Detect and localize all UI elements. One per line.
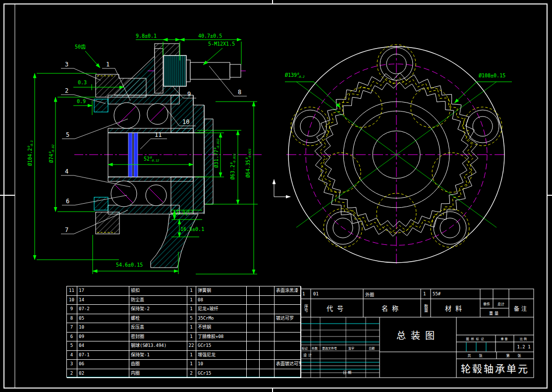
bom-cell-c6 [247,314,260,324]
dim-0-9: 0.9 [77,99,86,104]
dim-thread: 5-M12X1.5 [208,42,235,47]
balloon-4: 4 [65,168,68,174]
bom-header-remark: 备注 [509,299,534,317]
bom-cell-material: GCr15 [196,341,247,351]
bom-cell-material: 丁腈橡胶+08 [196,333,247,342]
bom-cell-c6 [247,369,260,379]
bom-cell-remark [275,333,301,342]
bom-cell-qty: 1 [187,286,196,296]
circular-view-dims [285,82,512,108]
balloon-7: 7 [65,227,68,233]
bom-cell-seq: 9 [67,305,77,314]
bom-cell-code: 05 [77,314,129,324]
teeth-count-label: 50齿 [75,45,86,50]
bom-cell-remark [275,351,301,360]
stamp-scale-value: 1.2 1 [514,342,534,352]
drawing-title: 总装图 [380,317,456,352]
bom-cell-name: 保持架-2 [129,305,187,314]
bom-cell-material: 10 [196,360,247,369]
bom-cell-seq: 2 [67,369,77,379]
balloon-11: 11 [155,132,162,138]
dim-step-59: 5.9+0.10 [176,210,193,216]
bom-cell-material: 弹簧钢 [196,286,247,296]
bom-cell-c7 [260,323,275,333]
dim-race-6435: Ø64.350-0.011 [245,138,251,188]
bom-cell-qty: 5 [187,314,196,324]
right-front-view [285,45,512,264]
balloon-9: 9 [187,91,191,97]
bom-cell-qty: 1 [187,351,196,360]
bom-cell-qty: 2 [187,369,196,379]
bom-row1-material: 55# [433,291,441,296]
bom-cell-name: 密封圈 [129,333,187,342]
balloon-2: 2 [65,88,68,94]
bom-cell-c7 [260,333,275,342]
sheets-total-label: 共 张 [456,352,497,359]
bom-header-qty: 数量 [421,299,431,317]
bom-table: 1117锁扣1弹簧钢表面涂黑漆1014防尘盖108907-2保持架-21尼龙+玻… [66,286,301,378]
bom-cell-c7 [260,360,275,369]
bom-cell-remark [275,323,301,333]
part-title: 轮毂轴承单元 [456,359,534,378]
bom-cell-seq: 11 [67,286,77,296]
balloon-1: 1 [106,61,110,67]
bom-cell-c6 [247,333,260,342]
rev-header-count: 处数 [312,346,318,350]
bom-cell-seq: 4 [67,351,77,360]
bom-cell-remark: 表面涂黑漆 [275,286,301,296]
bom-header-unit: 单件 [480,299,493,308]
view-direction-arrow [274,179,290,197]
bom-cell-seq: 10 [67,296,77,305]
bom-cell-c6 [247,323,260,333]
dim-od-104: Ø104.20-0.1 [27,128,33,178]
bom-cell-c7 [260,341,275,351]
stamp-mark-label: 图样标记 [456,335,496,342]
dim-0-3: 0.3 [78,80,87,85]
dim-bolt-circle-108: Ø108±0.15 [479,73,505,78]
bom-cell-c6 [247,305,260,314]
dim-flange-139: Ø1390-0.2 [285,72,305,78]
bom-cell-remark [275,296,301,305]
bom-header-seq: 序号 [301,299,311,317]
rev-header-date: 日期 [369,346,375,350]
bom-cell-remark [275,305,301,314]
bom-cell-c6 [247,286,260,296]
bom-cell-material: 增强尼龙 [196,351,247,360]
dim-bore-3177: Ø31.770-0.012 [214,128,220,178]
sheet-number-label: 第 张 [497,352,534,359]
dim-40-7: 40.7±0.5 [198,34,222,39]
bom-cell-material: 尼龙+玻纤 [196,305,247,314]
bom-cell-qty: 1 [187,305,196,314]
bom-cell-seq: 7 [67,323,77,333]
bom-row1-name: 外圈 [365,291,374,298]
stamp-scale-label: 比例 [514,335,534,342]
bom-cell-code: 02 [77,369,129,379]
bom-cell-c6 [247,360,260,369]
bom-header-total: 总计 [493,299,509,308]
bom-cell-name: 内圈 [129,369,187,379]
bom-cell-material: 不锈钢 [196,323,247,333]
balloon-10: 10 [182,119,189,125]
dim-pilot-74: Ø740-0.02 [49,129,55,178]
date-label: 日期 [343,370,353,375]
bom-cell-name: 螺栓 [129,314,187,324]
bom-cell-code: 10 [77,323,129,333]
bom-cell-qty: 22 [187,341,196,351]
design-label: 设计 [303,352,313,357]
bom-row1-seq: 1 [302,291,305,296]
bom-cell-remark [275,341,301,351]
bom-cell-c7 [260,296,275,305]
rev-header-mark: 标记 [302,346,308,350]
bom-cell-name: 保持架-1 [129,351,187,360]
bom-cell-c7 [260,369,275,379]
bom-cell-c6 [247,341,260,351]
bom-header-material: 材料 [431,299,480,317]
bom-header-name: 名称 [363,299,421,317]
bom-cell-qty: 1 [187,360,196,369]
bom-cell-material: GCr15 [196,369,247,379]
bom-cell-seq: 6 [67,333,77,342]
balloon-5: 5 [66,132,69,138]
bom-row1-qty: 1 [423,291,426,296]
bom-cell-name: 钢球(SØ13.494) [129,341,187,351]
wheel-stud [155,49,241,93]
